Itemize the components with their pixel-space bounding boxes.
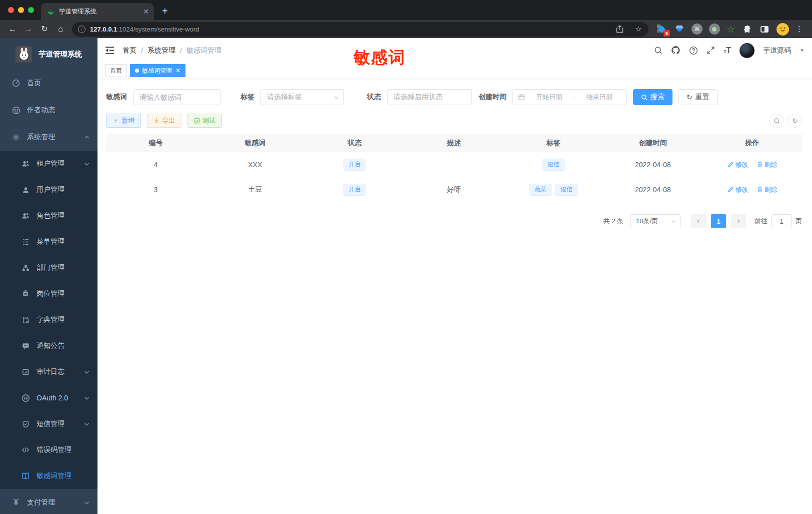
breadcrumb-system[interactable]: 系统管理 [148,46,176,55]
fullscreen-icon[interactable] [706,46,715,55]
sidebar-item-dict[interactable]: 字典管理 [0,307,98,333]
puzzle-extensions-icon[interactable] [742,24,752,35]
back-button[interactable]: ← [5,25,20,33]
goto-page-input[interactable] [772,214,792,228]
extension-diamond-icon[interactable]: 9 [656,24,668,35]
url-bar[interactable]: i 127.0.0.1:1024/system/sensitive-word ☆ [72,22,648,37]
pencil-icon [728,161,734,168]
browser-menu-icon[interactable]: ⋮ [796,25,803,34]
chevron-down-icon [84,161,90,167]
new-tab-button[interactable]: + [154,6,168,20]
oauth-icon [21,393,30,402]
font-size-icon[interactable]: тT [724,46,731,55]
extension-record-icon[interactable] [709,24,720,35]
table-refresh-icon[interactable]: ↻ [788,114,802,128]
tag-select[interactable]: 请选择标签 [260,89,344,105]
sidebar-item-notice[interactable]: 通知公告 [0,333,98,359]
export-button[interactable]: 导出 [147,114,182,128]
status-select[interactable]: 请选择启用状态 [387,89,472,105]
help-icon[interactable] [689,46,698,55]
sidebar-item-pay[interactable]: ¥ 支付管理 [0,489,98,514]
sidebar-item-oauth[interactable]: OAuth 2.0 [0,385,98,411]
username[interactable]: 芋道源码 [763,46,791,55]
close-window-button[interactable] [8,7,14,13]
status-badge: 开启 [344,184,366,196]
sidebar-item-error-code[interactable]: 错误码管理 [0,437,98,463]
keyword-input[interactable] [140,93,214,101]
test-button[interactable]: 测试 [188,114,222,128]
reset-button[interactable]: ↻ 重置 [678,89,718,105]
bookmark-star-icon[interactable]: ☆ [632,25,646,34]
zoom-window-button[interactable] [28,7,34,13]
sidebar-item-user[interactable]: 用户管理 [0,177,98,203]
sidebar-item-tenant[interactable]: 租户管理 [0,151,98,177]
col-header-actions: 操作 [702,139,802,148]
sms-shield-icon [21,419,30,428]
sidebar-item-audit-log[interactable]: 审计日志 [0,359,98,385]
user-avatar[interactable] [740,43,754,58]
sidebar-collapse-icon[interactable] [105,46,114,55]
date-end-placeholder[interactable]: 结束日期 [578,93,622,102]
sidebar-item-sms[interactable]: 短信管理 [0,411,98,437]
extension-command-icon[interactable]: ⌘ [692,24,702,35]
sidebar-item-dept[interactable]: 部门管理 [0,255,98,281]
app-logo[interactable]: 芋道管理系统 [0,42,98,67]
browser-profile-avatar[interactable] [776,23,789,36]
next-page-button[interactable] [731,214,746,228]
search-button[interactable]: 搜索 [633,89,672,105]
home-button[interactable]: ⌂ [53,25,68,33]
sidebar-item-sensitive-word[interactable]: 敏感词管理 [0,463,98,489]
sidebar-item-menu[interactable]: 菜单管理 [0,229,98,255]
reload-button[interactable]: ↻ [37,25,52,33]
share-icon[interactable] [613,25,627,33]
breadcrumb-current: 敏感词管理 [186,46,222,55]
delete-link[interactable]: 删除 [756,185,778,194]
tab-close-icon[interactable]: ✕ [143,8,149,16]
date-start-placeholder[interactable]: 开始日期 [527,93,571,102]
sidebar-item-home[interactable]: 首页 [0,70,98,97]
extension-badge: 9 [664,30,670,37]
download-icon [154,118,160,124]
minimize-window-button[interactable] [18,7,24,13]
extension-gem-icon[interactable] [674,24,685,35]
tab-close-icon[interactable]: ✕ [176,67,180,74]
gear-icon [12,133,20,142]
cell-word: XXX [206,161,305,169]
table-row: 3 土豆 开启 好呀 蔬菜 短信 2022-04-08 [106,177,802,202]
role-icon [21,211,30,220]
sidebar-item-role[interactable]: 角色管理 [0,203,98,229]
view-tab-home[interactable]: 首页 [105,64,127,77]
user-menu-caret-icon[interactable]: ▼ [800,48,804,53]
breadcrumb-home[interactable]: 首页 [122,46,136,55]
side-panel-icon[interactable] [759,24,770,35]
tag-label: 标签 [240,93,254,102]
cell-status: 开启 [305,159,404,171]
site-info-icon[interactable]: i [78,26,86,33]
date-range-picker[interactable]: 开始日期 - 结束日期 [512,89,627,105]
sidebar-nav: 首页 作者动态 系统管理 [0,67,98,514]
prev-page-button[interactable] [691,214,706,228]
chevron-left-icon [696,219,701,224]
add-button[interactable]: ＋ 新增 [106,114,141,128]
keyword-label: 敏感词 [106,93,127,102]
forward-button[interactable]: → [21,25,36,33]
delete-link[interactable]: 删除 [756,160,778,169]
chevron-right-icon [736,219,741,224]
view-tab-sensitive-word[interactable]: 敏感词管理 ✕ [130,64,186,77]
browser-tab[interactable]: 芋道管理系统 ✕ [41,3,154,20]
page-size-select[interactable]: 10条/页 [630,214,680,228]
page-number-1[interactable]: 1 [711,214,726,228]
sidebar-item-post[interactable]: 岗位管理 [0,281,98,307]
sidebar-item-author-news[interactable]: 作者动态 [0,97,98,124]
sidebar-item-system[interactable]: 系统管理 [0,124,98,151]
browser-tab-title: 芋道管理系统 [59,8,138,16]
table-search-toggle-icon[interactable] [770,114,784,128]
edit-link[interactable]: 修改 [728,160,748,169]
extension-green-star-icon[interactable]: ☆ [726,25,735,34]
trash-icon [756,161,763,168]
cell-actions: 修改 删除 [702,160,802,169]
search-icon[interactable] [654,46,662,55]
edit-link[interactable]: 修改 [728,185,748,194]
site-favicon-icon [47,8,54,16]
github-icon[interactable] [671,46,680,55]
